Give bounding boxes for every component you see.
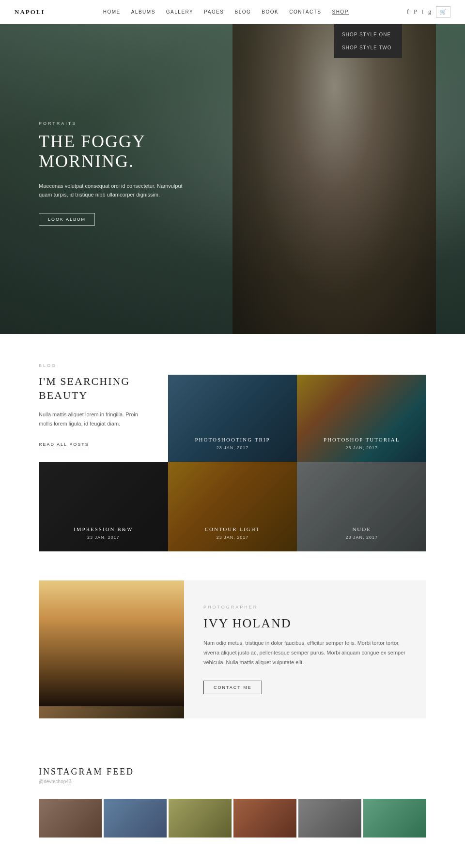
- blog-card-overlay-4: CONTOUR LIGHT 23 JAN, 2017: [168, 462, 297, 551]
- navbar: NAPOLI HOME ALBUMS GALLERY PAGES BLOG BO…: [0, 0, 465, 24]
- card-title-4: CONTOUR LIGHT: [205, 526, 261, 532]
- card-title-2: PHOTOSHOP TUTORIAL: [324, 437, 400, 442]
- blog-card-photoshop[interactable]: PHOTOSHOP TUTORIAL 23 JAN, 2017: [297, 375, 426, 462]
- blog-card-photoshooting[interactable]: PHOTOSHOOTING TRIP 23 JAN, 2017: [168, 375, 297, 462]
- photographer-section: PHOTOGRAPHER IVY HOLAND Nam odio metus, …: [39, 580, 426, 718]
- photographer-label: PHOTOGRAPHER: [203, 605, 407, 609]
- shop-style-one[interactable]: Shop Style One: [334, 28, 402, 41]
- twitter-icon[interactable]: t: [422, 8, 423, 15]
- blog-card-contour[interactable]: CONTOUR LIGHT 23 JAN, 2017: [168, 462, 297, 551]
- instagram-thumb-2[interactable]: [104, 799, 167, 838]
- nav-contacts[interactable]: CONTACTS: [289, 9, 321, 15]
- shop-dropdown: Shop Style One Shop Style Two: [334, 24, 402, 58]
- card-date-4: 23 JAN, 2017: [217, 535, 249, 540]
- photographer-wrapper: PHOTOGRAPHER IVY HOLAND Nam odio metus, …: [0, 580, 465, 747]
- nav-blog[interactable]: BLOG: [235, 9, 251, 15]
- hero-content: PORTRAITS THE FOGGY MORNING. Maecenas vo…: [39, 121, 232, 226]
- card-date-3: 23 JAN, 2017: [87, 535, 120, 540]
- instagram-handle: @devtechop43: [39, 779, 426, 784]
- nav-logo[interactable]: NAPOLI: [15, 8, 45, 16]
- card-title-1: PHOTOSHOOTING TRIP: [195, 437, 270, 442]
- blog-intro: I'M SEARCHING BEAUTY Nulla mattis alique…: [39, 375, 168, 462]
- cart-button[interactable]: 🛒: [436, 6, 450, 18]
- nav-pages[interactable]: PAGES: [204, 9, 224, 15]
- look-album-button[interactable]: LOOK ALBUM: [39, 213, 95, 226]
- blog-heading: I'M SEARCHING BEAUTY: [39, 375, 154, 402]
- nav-right: f P t g 🛒: [407, 6, 450, 18]
- instagram-thumb-1[interactable]: [39, 799, 102, 838]
- facebook-icon[interactable]: f: [407, 8, 409, 15]
- card-date-2: 23 JAN, 2017: [345, 445, 378, 450]
- card-date-5: 23 JAN, 2017: [345, 535, 378, 540]
- instagram-title: INSTAGRAM FEED: [39, 767, 426, 777]
- nav-home[interactable]: HOME: [103, 9, 121, 15]
- blog-section: BLOG I'M SEARCHING BEAUTY Nulla mattis a…: [0, 334, 465, 580]
- blog-card-overlay-5: NUDE 23 JAN, 2017: [297, 462, 426, 551]
- card-title-3: IMPRESSION B&W: [74, 526, 133, 532]
- pinterest-icon[interactable]: P: [414, 8, 417, 15]
- read-all-button[interactable]: READ ALL POSTS: [39, 439, 89, 450]
- blog-card-overlay-3: IMPRESSION B&W 23 JAN, 2017: [39, 462, 168, 551]
- nav-albums[interactable]: ALBUMS: [131, 9, 155, 15]
- hero-section: PORTRAITS THE FOGGY MORNING. Maecenas vo…: [0, 24, 465, 334]
- instagram-section: INSTAGRAM FEED @devtechop43: [0, 747, 465, 867]
- hero-description: Maecenas volutpat consequat orci id cons…: [39, 182, 232, 199]
- blog-grid-row2: IMPRESSION B&W 23 JAN, 2017 CONTOUR LIGH…: [39, 462, 426, 551]
- nav-gallery[interactable]: GALLERY: [166, 9, 193, 15]
- blog-card-overlay-2: PHOTOSHOP TUTORIAL 23 JAN, 2017: [297, 375, 426, 462]
- nav-book[interactable]: BOOK: [262, 9, 279, 15]
- photographer-image-inner: [39, 580, 184, 706]
- contact-button[interactable]: CONTACT ME: [203, 681, 262, 694]
- hero-title: THE FOGGY MORNING.: [39, 132, 232, 172]
- shop-style-two[interactable]: Shop Style Two: [334, 41, 402, 54]
- photographer-bio: Nam odio metus, tristique in dolor fauci…: [203, 639, 407, 667]
- nav-social: f P t g: [407, 8, 431, 15]
- instagram-thumb-6[interactable]: [363, 799, 426, 838]
- nav-links: HOME ALBUMS GALLERY PAGES BLOG BOOK CONT…: [103, 9, 349, 15]
- blog-text: Nulla mattis aliquet lorem in fringilla.…: [39, 410, 154, 428]
- instagram-thumb-3[interactable]: [169, 799, 232, 838]
- photographer-content: PHOTOGRAPHER IVY HOLAND Nam odio metus, …: [184, 580, 426, 718]
- blog-card-impression[interactable]: IMPRESSION B&W 23 JAN, 2017: [39, 462, 168, 551]
- blog-card-nude[interactable]: NUDE 23 JAN, 2017: [297, 462, 426, 551]
- instagram-grid: [39, 799, 426, 838]
- blog-card-overlay: PHOTOSHOOTING TRIP 23 JAN, 2017: [168, 375, 297, 462]
- instagram-thumb-4[interactable]: [233, 799, 296, 838]
- photographer-name: IVY HOLAND: [203, 616, 407, 631]
- nav-shop[interactable]: SHOP: [332, 9, 348, 15]
- hero-category: PORTRAITS: [39, 121, 232, 126]
- instagram-thumb-5[interactable]: [298, 799, 361, 838]
- card-title-5: NUDE: [352, 526, 371, 532]
- blog-label: BLOG: [39, 363, 426, 368]
- google-icon[interactable]: g: [428, 8, 431, 15]
- blog-grid-row1: I'M SEARCHING BEAUTY Nulla mattis alique…: [39, 375, 426, 462]
- card-date-1: 23 JAN, 2017: [217, 445, 249, 450]
- cart-icon: 🛒: [440, 9, 447, 15]
- photographer-image: [39, 580, 184, 718]
